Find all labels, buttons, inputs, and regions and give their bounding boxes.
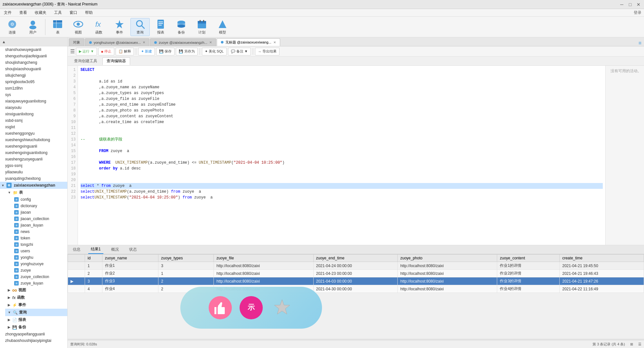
sidebar-item-shenguo[interactable]: shenguohuojiaofeiguanli [0, 53, 67, 59]
results-tab-result1[interactable]: 结果1 [88, 245, 103, 254]
col-zuoye-types[interactable]: zuoye_types [158, 255, 214, 262]
sidebar-item-zhongyao[interactable]: zhongyaopeifangguanli [0, 331, 67, 337]
sidebar-item-xsbd[interactable]: xsbd-ssmj [0, 117, 67, 124]
toolbar-backup[interactable]: 备份 [172, 18, 191, 36]
menu-view[interactable]: 查看 [18, 9, 28, 16]
results-tab-status[interactable]: 状态 [127, 246, 139, 254]
sidebar-item-xinxi[interactable]: xinxiguanlixitong [0, 111, 67, 117]
toolbar-user[interactable]: 用户 [23, 18, 43, 36]
sidebar-views-section[interactable]: ▶ oo 视图 [5, 286, 67, 294]
sidebar-item-zaixiao[interactable]: ▼ ⊞ zaixiaoxuexiwangzhan [0, 182, 67, 189]
col-zuoye-photo[interactable]: zuoye_photo [398, 255, 497, 262]
toolbar-connect[interactable]: ⚙ 连接 [3, 18, 22, 36]
sidebar-item-xsglxt[interactable]: xsglxt [0, 124, 67, 130]
toolbar-schedule[interactable]: 计划 [192, 18, 212, 36]
sidebar-reports-section[interactable]: ▶ 📄 报表 [5, 316, 67, 324]
sidebar-item-xueshengxig[interactable]: xueshengxinguanlixitong [0, 150, 67, 156]
toolbar-report[interactable]: 报表 [151, 18, 170, 36]
tab-close-icon3[interactable]: ✕ [273, 41, 276, 44]
col-zuoye-content[interactable]: zuoye_content [497, 255, 560, 262]
sidebar-table-config[interactable]: ⊞ config [9, 196, 67, 203]
sidebar-item-xiaoque[interactable]: xiaoquwuyeguanlixitong [0, 98, 67, 104]
maximize-button[interactable]: □ [627, 2, 633, 7]
col-create-time[interactable]: create_time [560, 255, 644, 262]
toolbar-table[interactable]: 表 [48, 18, 67, 36]
sidebar-item-yiliao[interactable]: yiliaowuliu [0, 169, 67, 175]
sidebar-events-section[interactable]: ▶ ⚡ 事件 [5, 301, 67, 309]
menu-favorites[interactable]: 收藏夹 [33, 9, 48, 16]
menu-help[interactable]: 帮助 [84, 9, 94, 16]
sidebar-item-siliu[interactable]: siliujichengji [0, 72, 67, 79]
tabs-manage-btn[interactable]: ≡ [637, 40, 643, 46]
results-tab-info[interactable]: 信息 [70, 246, 83, 254]
login-button[interactable]: 登录 [634, 10, 641, 15]
code-editor[interactable]: SELECT a.id as id ,a.zuoye_name as zuoye… [78, 66, 605, 245]
menu-window[interactable]: 窗口 [68, 9, 79, 16]
subtab-editor[interactable]: 查询编辑器 [102, 57, 130, 65]
minimize-button[interactable]: ─ [619, 2, 625, 7]
sidebar-item-xueshengz[interactable]: xueshengzuoyeguanli [0, 156, 67, 162]
table-row[interactable]: 1 作业1 3 http://localhost:8080/zaixi 2021… [68, 262, 644, 270]
toolbar-function[interactable]: fx 函数 [89, 18, 109, 36]
sidebar-item-xuesheng[interactable]: xueshenggongyu [0, 130, 67, 137]
export-button[interactable]: → 导出结果 [255, 48, 279, 55]
tab-close-icon[interactable]: ✕ [143, 41, 145, 44]
tab-object[interactable]: 对象 [69, 38, 84, 46]
sidebar-tables-header[interactable]: ▼ 📁 表 [5, 189, 67, 196]
results-tab-overview[interactable]: 概况 [109, 246, 121, 254]
new-query-button[interactable]: ✦ 新建 [138, 48, 155, 55]
sidebar-item-xueshengxi[interactable]: xueshengxinguanli [0, 143, 67, 150]
sidebar-item-shanshu[interactable]: shanshuowuyeguanli [0, 46, 67, 53]
saveas-button[interactable]: 💾 另存为 [176, 48, 198, 55]
comment-button[interactable]: 💬 备注 ▼ [228, 48, 251, 55]
menu-file[interactable]: 文件 [3, 9, 13, 16]
sidebar-item-zhubao[interactable]: zhubaoshoushijiaoyipingtai [0, 337, 67, 344]
stop-button[interactable]: ■ 停止 [98, 48, 114, 55]
sidebar-scroll-up[interactable]: ▲ [1, 39, 6, 45]
sidebar-item-spring[interactable]: springbootw3o95 [0, 79, 67, 85]
sidebar-item-ygss[interactable]: ygss-ssmj [0, 162, 67, 169]
table-row[interactable]: 4 作业4 2 http://localhost:8080/zaixi 2021… [68, 285, 644, 293]
sidebar-table-yonghuzuoye[interactable]: ⊞ yonghuzuoye [9, 261, 67, 267]
explain-button[interactable]: 📋 解释 [116, 48, 134, 55]
hamburger-icon[interactable]: ☰ [70, 48, 75, 54]
table-row-selected[interactable]: ▶ 3 作业3 2 http://localhost:8080/zaixi 20… [68, 277, 644, 285]
sidebar-table-dictionary[interactable]: ⊞ dictionary [9, 203, 67, 209]
tab-close-icon2[interactable]: ✕ [209, 41, 212, 44]
beautify-button[interactable]: ✦ 美化 SQL [202, 48, 227, 55]
sidebar-table-users[interactable]: ⊞ users [9, 248, 67, 254]
sidebar-table-jiaoan-liuyan[interactable]: ⊞ jiaoan_liuyan [9, 222, 67, 228]
sidebar-item-shoujix[interactable]: shoujixiaoshouguanli [0, 66, 67, 72]
grid-view-icon[interactable]: ⊞ [630, 342, 633, 346]
sidebar-table-yonghu[interactable]: ⊞ yonghu [9, 254, 67, 261]
menu-tools[interactable]: 工具 [53, 9, 63, 16]
col-zuoye-name[interactable]: zuoye_name [102, 255, 158, 262]
toolbar-query[interactable]: 查询 [130, 18, 150, 36]
sidebar-item-sys[interactable]: sys [0, 92, 67, 98]
tab-yonghuzuoye[interactable]: yonghuzuoye @zaixiaoxuex... ✕ [85, 38, 149, 46]
col-id[interactable]: id [85, 255, 102, 262]
toolbar-event[interactable]: 事件 [110, 18, 129, 36]
sidebar-item-shouji[interactable]: shoujiishangcheng [0, 59, 67, 66]
toolbar-view[interactable]: 视图 [69, 18, 88, 36]
sidebar-item-xiaoyou[interactable]: xiaoyoulu [0, 104, 67, 111]
sidebar-item-xueshengsh[interactable]: xueshengshiwuchulixitong [0, 137, 67, 143]
col-zuoye-end-time[interactable]: zuoye_end_time [313, 255, 398, 262]
tab-untitled[interactable]: 无标题 @zaixiaoxuexiwang... ✕ [217, 38, 280, 46]
save-button[interactable]: 💾 保存 [156, 48, 175, 55]
sidebar-table-news[interactable]: ⊞ news [9, 228, 67, 235]
sidebar-queries-section[interactable]: ▼ 🔍 查询 [5, 309, 67, 316]
sidebar-table-token[interactable]: ⊞ token [9, 235, 67, 241]
close-button[interactable]: ✕ [636, 2, 641, 7]
sidebar-backup-section[interactable]: ▶ 💾 备份 [5, 324, 67, 331]
col-zuoye-file[interactable]: zuoye_file [214, 255, 313, 262]
run-button[interactable]: ▶ 运行 ▼ [76, 48, 97, 55]
table-row[interactable]: 2 作业2 1 http://localhost:8080/zaixi 2021… [68, 270, 644, 277]
sidebar-item-yuanqu[interactable]: yuanqutingchexitong [0, 175, 67, 182]
sidebar-functions-section[interactable]: ▶ fx 函数 [5, 294, 67, 301]
sidebar-table-jiaoan[interactable]: ⊞ jiaoan [9, 209, 67, 216]
tab-zuoye[interactable]: zuoye @zaixiaoxuexiwangzh... ✕ [150, 38, 216, 46]
sidebar-table-zuoye-collection[interactable]: ⊞ zuoye_collection [9, 274, 67, 280]
toolbar-model[interactable]: 模型 [213, 18, 232, 36]
sidebar-table-tongzhi[interactable]: ⊞ tongzhi [9, 241, 67, 248]
